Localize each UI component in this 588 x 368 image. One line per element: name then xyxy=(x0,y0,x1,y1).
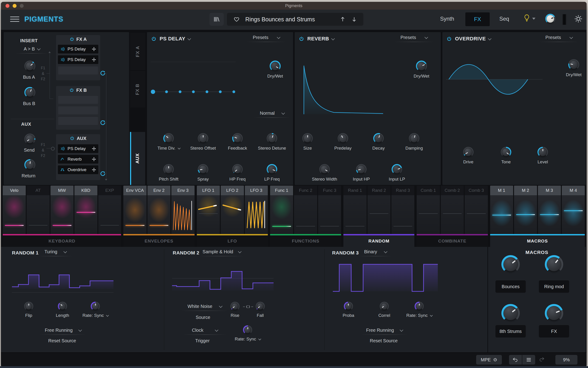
mod-source-kbd[interactable]: KBD xyxy=(74,186,97,234)
random-3-run-mode-dropdown[interactable]: Free Running xyxy=(362,328,406,335)
random-3-reset-source[interactable]: Reset Source xyxy=(370,338,398,343)
chevron-down-icon[interactable] xyxy=(178,146,181,149)
chevron-down-icon[interactable] xyxy=(331,37,335,40)
move-handle-icon[interactable] xyxy=(92,147,96,151)
dry-wet-knob[interactable] xyxy=(270,61,281,72)
previous-preset-icon[interactable] xyxy=(340,17,345,22)
chevron-down-icon[interactable] xyxy=(106,314,109,317)
power-icon[interactable] xyxy=(446,36,452,42)
bus-b-knob[interactable] xyxy=(24,87,35,98)
fx-b-rack-header[interactable]: FX B xyxy=(56,86,100,94)
feedback-knob[interactable] xyxy=(232,133,243,144)
mod-source-at[interactable]: AT xyxy=(27,186,50,234)
macro-4-knob[interactable] xyxy=(545,304,563,322)
tab-keyboard[interactable]: KEYBOARD xyxy=(3,235,121,247)
power-icon[interactable] xyxy=(69,88,74,92)
mod-source-rand-2[interactable]: Rand 2 xyxy=(367,186,390,234)
tab-seq[interactable]: Seq xyxy=(499,16,509,22)
mod-source-lfo-2[interactable]: LFO 2 xyxy=(221,186,244,234)
predelay-knob[interactable] xyxy=(338,133,348,144)
random-1-rate-knob[interactable] xyxy=(91,302,100,311)
time-div-knob[interactable] xyxy=(163,133,174,144)
lp-freq-knob[interactable] xyxy=(267,164,277,175)
move-handle-icon[interactable] xyxy=(92,58,96,62)
tab-random[interactable]: RANDOM xyxy=(343,235,414,247)
aux-send-knob[interactable] xyxy=(24,134,35,145)
chevron-down-icon[interactable] xyxy=(187,37,191,40)
input-hp-knob[interactable] xyxy=(356,164,366,175)
mod-source-comb-2[interactable]: Comb 2 xyxy=(441,186,464,234)
mod-source-lfo-1[interactable]: LFO 1 xyxy=(197,186,220,234)
random-1-run-mode-dropdown[interactable]: Free Running xyxy=(41,328,85,335)
macro-2-knob[interactable] xyxy=(545,255,563,274)
mod-source-exp[interactable]: EXP xyxy=(98,186,121,234)
chevron-down-icon[interactable] xyxy=(488,37,492,40)
overdrive-presets-dropdown[interactable]: Presets xyxy=(541,35,577,42)
random-2-type-dropdown[interactable]: Sample & Hold xyxy=(200,249,243,256)
fx-b-slot-1-empty[interactable] xyxy=(58,95,98,104)
side-tab-fx-b[interactable]: FX B xyxy=(130,71,145,108)
reverb-presets-dropdown[interactable]: Presets xyxy=(396,35,432,42)
random-3-proba-knob[interactable] xyxy=(344,302,353,311)
chevron-down-icon[interactable] xyxy=(258,337,261,340)
mod-source-comb-3[interactable]: Comb 3 xyxy=(465,186,488,234)
fx-b-loop-icon[interactable] xyxy=(100,120,106,127)
pitch-shift-knob[interactable] xyxy=(163,164,174,175)
chevron-down-icon[interactable] xyxy=(430,314,433,317)
mod-source-mw[interactable]: MW xyxy=(50,186,74,234)
mod-source-m4[interactable]: M 4 xyxy=(562,186,585,234)
ps-delay-presets-dropdown[interactable]: Presets xyxy=(248,35,284,42)
mod-source-env-3[interactable]: Env 3 xyxy=(171,186,194,234)
delay-mode-dropdown[interactable]: Normal xyxy=(255,110,289,118)
history-list-button[interactable] xyxy=(522,355,535,365)
level-knob[interactable] xyxy=(538,147,548,157)
move-handle-icon[interactable] xyxy=(92,168,96,172)
power-icon[interactable] xyxy=(70,37,74,42)
random-2-trigger-dropdown[interactable]: Clock xyxy=(184,328,225,335)
delay-taps-visualization[interactable] xyxy=(150,55,237,101)
preset-library-button[interactable] xyxy=(210,13,224,26)
mod-source-m2[interactable]: M 2 xyxy=(514,186,537,234)
random-2-rise-knob[interactable] xyxy=(230,302,240,311)
fx-a-slot-1[interactable]: PS Delay xyxy=(58,45,98,54)
bus-a-knob[interactable] xyxy=(24,61,35,72)
tab-combinate[interactable]: COMBINATE xyxy=(417,235,488,247)
redo-button[interactable] xyxy=(539,357,544,363)
random-2-rate-knob[interactable] xyxy=(243,325,252,334)
fx-a-slot-3-empty[interactable] xyxy=(58,66,98,74)
mod-source-velo[interactable]: Velo xyxy=(3,186,26,234)
dry-wet-knob[interactable] xyxy=(568,59,579,70)
dry-wet-knob[interactable] xyxy=(416,61,427,72)
move-handle-icon[interactable] xyxy=(92,157,96,161)
size-knob[interactable] xyxy=(302,133,313,144)
random-1-type-dropdown[interactable]: Turing xyxy=(39,249,71,256)
mod-source-func-3[interactable]: Func 3 xyxy=(318,186,341,234)
aux-loop-icon[interactable] xyxy=(100,171,106,178)
macro-1-label[interactable]: Bounces xyxy=(495,280,526,293)
aux-rack-header[interactable]: AUX xyxy=(56,134,100,142)
next-preset-icon[interactable] xyxy=(352,17,357,22)
input-lp-knob[interactable] xyxy=(392,164,402,175)
side-tab-aux[interactable]: AUX xyxy=(130,132,145,185)
fx-a-rack-header[interactable]: FX A xyxy=(56,35,100,43)
mod-source-func-1[interactable]: Func 1 xyxy=(270,186,293,234)
damping-knob[interactable] xyxy=(409,133,419,144)
mpe-toggle-button[interactable]: MPE xyxy=(476,355,502,365)
tab-lfo[interactable]: LFO xyxy=(197,235,268,247)
macro-1-knob[interactable] xyxy=(501,255,520,274)
undo-button[interactable] xyxy=(509,355,522,365)
tone-knob[interactable] xyxy=(501,147,511,157)
random-1-length-knob[interactable] xyxy=(58,302,67,311)
random-3-rate-knob[interactable] xyxy=(414,302,424,311)
stereo-width-knob[interactable] xyxy=(319,164,330,175)
power-icon[interactable] xyxy=(299,36,304,42)
mod-source-func-2[interactable]: Func 2 xyxy=(294,186,317,234)
stereo-offset-knob[interactable] xyxy=(198,133,208,144)
side-tab-fx-a[interactable]: FX A xyxy=(130,33,145,70)
move-handle-icon[interactable] xyxy=(92,47,96,51)
random-1-flip-knob[interactable] xyxy=(24,302,33,311)
preset-selector[interactable]: Rings Bounces and Strums xyxy=(227,13,363,26)
mod-source-m1[interactable]: M 1 xyxy=(490,186,513,234)
random-2-fall-knob[interactable] xyxy=(256,302,265,311)
tab-functions[interactable]: FUNCTIONS xyxy=(270,235,341,247)
